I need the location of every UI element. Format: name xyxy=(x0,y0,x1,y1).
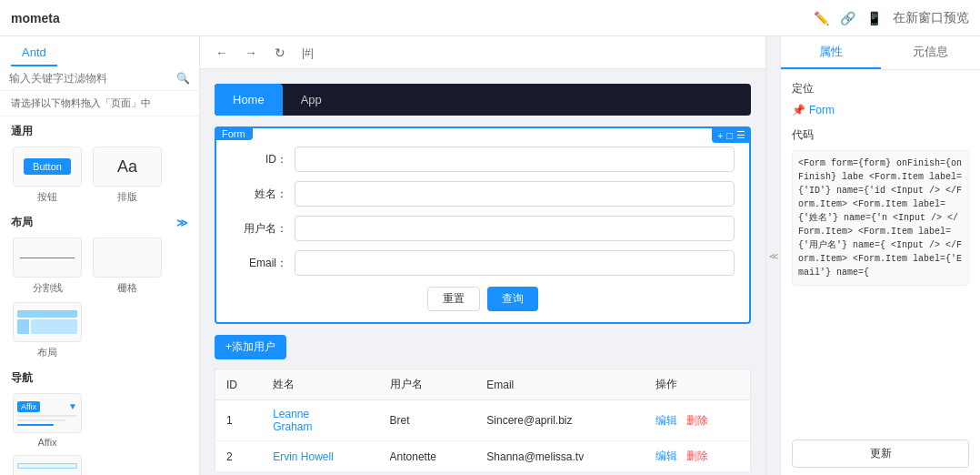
nav-item-home[interactable]: Home xyxy=(215,84,283,116)
layout-components: 分割线 栅格 xyxy=(0,234,199,363)
forward-btn[interactable]: → xyxy=(240,42,262,64)
left-sidebar: Antd 🔍 请选择以下物料拖入「页面」中 通用 Button 按钮 Aa 排版 xyxy=(0,36,200,475)
cell-actions-2: 编辑 删除 xyxy=(645,441,751,472)
grid-preview-inner xyxy=(122,241,133,274)
right-panel-tabs: 属性 元信息 xyxy=(781,36,980,70)
preview-link[interactable]: 在新窗口预览 xyxy=(893,10,969,26)
tab-meta[interactable]: 元信息 xyxy=(881,36,981,69)
form-row-username: 用户名： xyxy=(231,216,735,241)
top-bar: mometa ✏️ 🔗 📱 在新窗口预览 xyxy=(0,0,980,36)
button-preview-inner: Button xyxy=(24,158,71,175)
search-icon: 🔍 xyxy=(176,72,190,85)
link-icon[interactable]: 🔗 xyxy=(840,11,855,25)
component-typo[interactable]: Aa 排版 xyxy=(91,147,164,204)
collapse-right-panel-btn[interactable]: ≪ xyxy=(765,36,780,475)
typo-preview-inner: Aa xyxy=(117,157,137,177)
edit-action-1[interactable]: 编辑 xyxy=(655,414,677,427)
right-panel: 属性 元信息 定位 📌 Form 代码 <Form form={form} on… xyxy=(780,36,980,475)
layout-title-text: 布局 xyxy=(11,215,33,230)
form-delete-btn[interactable]: ☰ xyxy=(736,129,745,141)
cell-email-1: Sincere@april.biz xyxy=(475,400,644,441)
col-header-username: 用户名 xyxy=(379,369,476,400)
form-row-id: ID： xyxy=(231,147,735,172)
layout-preview xyxy=(13,302,82,342)
form-anchor-link[interactable]: Form xyxy=(809,104,835,116)
form-label-name: 姓名： xyxy=(231,187,295,202)
component-affix[interactable]: Affix ▼ Affix xyxy=(11,393,84,448)
search-input[interactable] xyxy=(9,72,171,85)
section-title-layout: 布局 ≫ xyxy=(0,207,199,234)
code-title: 代码 xyxy=(792,127,969,143)
sidebar-tab-antd[interactable]: Antd xyxy=(11,40,57,66)
typo-label: 排版 xyxy=(117,190,137,204)
component-grid[interactable]: 栅格 xyxy=(91,238,164,295)
tab-properties[interactable]: 属性 xyxy=(781,36,881,69)
component-layout[interactable]: 布局 xyxy=(11,302,84,359)
app-title: mometa xyxy=(11,11,60,25)
distance-preview-box xyxy=(13,455,82,475)
component-distance[interactable]: 间距 xyxy=(11,455,84,475)
canvas-inner: Home App Form + □ ☰ ID： xyxy=(200,69,765,475)
distance-components: 间距 xyxy=(0,451,199,475)
update-button[interactable]: 更新 xyxy=(792,440,969,468)
reset-button[interactable]: 重置 xyxy=(427,287,480,311)
affix-label: Affix xyxy=(37,437,56,448)
button-label: 按钮 xyxy=(37,190,57,204)
form-input-email[interactable] xyxy=(295,250,735,276)
form-row-email: Email： xyxy=(231,250,735,276)
query-button[interactable]: 查询 xyxy=(487,287,538,311)
delete-action-1[interactable]: 删除 xyxy=(686,414,708,427)
form-buttons: 重置 查询 xyxy=(231,287,735,311)
form-label-email: Email： xyxy=(231,256,295,271)
edit-action-2[interactable]: 编辑 xyxy=(655,450,677,462)
component-divider[interactable]: 分割线 xyxy=(11,238,84,295)
cell-name-1: LeanneGraham xyxy=(262,400,378,441)
add-user-button[interactable]: +添加用户 xyxy=(215,335,286,359)
cell-username-1: Bret xyxy=(379,400,476,441)
layout-preview-inner xyxy=(14,307,81,338)
form-label-id: ID： xyxy=(231,152,295,167)
refresh-btn[interactable]: ↻ xyxy=(269,42,291,64)
expand-icon[interactable]: ≫ xyxy=(176,217,188,229)
grid-label: 栅格 xyxy=(117,281,137,295)
affix-preview: Affix ▼ xyxy=(13,393,82,433)
main-layout: Antd 🔍 请选择以下物料拖入「页面」中 通用 Button 按钮 Aa 排版 xyxy=(0,36,980,475)
table-header-row: ID 姓名 用户名 Email 操作 xyxy=(215,369,751,400)
sidebar-hint: 请选择以下物料拖入「页面」中 xyxy=(0,91,199,116)
cell-actions-1: 编辑 删除 xyxy=(645,400,751,441)
col-header-actions: 操作 xyxy=(645,369,751,400)
distance-preview-inner xyxy=(14,460,81,475)
form-add-btn[interactable]: + xyxy=(717,129,723,141)
form-input-name[interactable] xyxy=(295,181,735,207)
form-input-username[interactable] xyxy=(295,216,735,241)
code-block: <Form form={form} onFinish={onFinish} la… xyxy=(792,150,969,286)
component-button[interactable]: Button 按钮 xyxy=(11,147,84,204)
anchor-icon: 📌 xyxy=(792,104,805,116)
form-copy-btn[interactable]: □ xyxy=(726,129,733,141)
layout-label: 布局 xyxy=(37,346,57,359)
form-container: Form + □ ☰ ID： 姓名： 用户名： xyxy=(215,126,751,324)
table-row: 1 LeanneGraham Bret Sincere@april.biz 编辑… xyxy=(215,400,751,441)
form-input-id[interactable] xyxy=(295,147,735,172)
form-label: Form xyxy=(215,127,253,140)
mobile-icon[interactable]: 📱 xyxy=(866,11,882,25)
form-row-name: 姓名： xyxy=(231,181,735,207)
canvas-toolbar: ← → ↻ |#| xyxy=(200,36,765,69)
section-title-nav: 导航 xyxy=(0,363,199,389)
back-btn[interactable]: ← xyxy=(211,42,233,64)
user-name-link-1[interactable]: LeanneGraham xyxy=(273,408,312,433)
nav-item-app[interactable]: App xyxy=(283,84,340,116)
delete-action-2[interactable]: 删除 xyxy=(686,450,708,462)
app-navigation: Home App xyxy=(215,84,751,116)
col-header-id: ID xyxy=(215,369,263,400)
cell-name-2: Ervin Howell xyxy=(262,441,378,472)
user-name-link-2[interactable]: Ervin Howell xyxy=(273,450,334,463)
form-label-username: 用户名： xyxy=(231,221,295,237)
cell-username-2: Antonette xyxy=(379,441,476,472)
grid-preview xyxy=(93,238,162,278)
cell-id-1: 1 xyxy=(215,400,263,441)
typo-preview: Aa xyxy=(93,147,162,187)
nav-components: Affix ▼ Affix xyxy=(0,389,199,451)
edit-icon[interactable]: ✏️ xyxy=(814,11,829,25)
center-canvas: ← → ↻ |#| Home App Form + □ ☰ xyxy=(200,36,765,475)
